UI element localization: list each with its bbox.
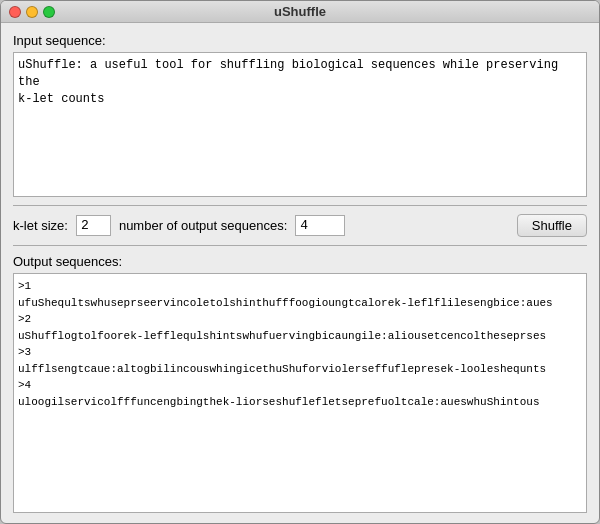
- shuffle-button[interactable]: Shuffle: [517, 214, 587, 237]
- klet-size-input[interactable]: [76, 215, 111, 236]
- minimize-button[interactable]: [26, 6, 38, 18]
- window-controls: [9, 6, 55, 18]
- input-sequence-textarea[interactable]: [13, 52, 587, 197]
- titlebar: uShuffle: [1, 1, 599, 23]
- close-button[interactable]: [9, 6, 21, 18]
- input-sequence-label: Input sequence:: [13, 33, 587, 48]
- num-output-input[interactable]: [295, 215, 345, 236]
- klet-size-label: k-let size:: [13, 218, 68, 233]
- app-window: uShuffle Input sequence: k-let size: num…: [0, 0, 600, 524]
- controls-row: k-let size: number of output sequences: …: [13, 205, 587, 246]
- maximize-button[interactable]: [43, 6, 55, 18]
- main-content: Input sequence: k-let size: number of ou…: [1, 23, 599, 523]
- output-sequences-textarea[interactable]: [13, 273, 587, 513]
- window-title: uShuffle: [274, 4, 326, 19]
- num-output-label: number of output sequences:: [119, 218, 287, 233]
- output-sequences-label: Output sequences:: [13, 254, 587, 269]
